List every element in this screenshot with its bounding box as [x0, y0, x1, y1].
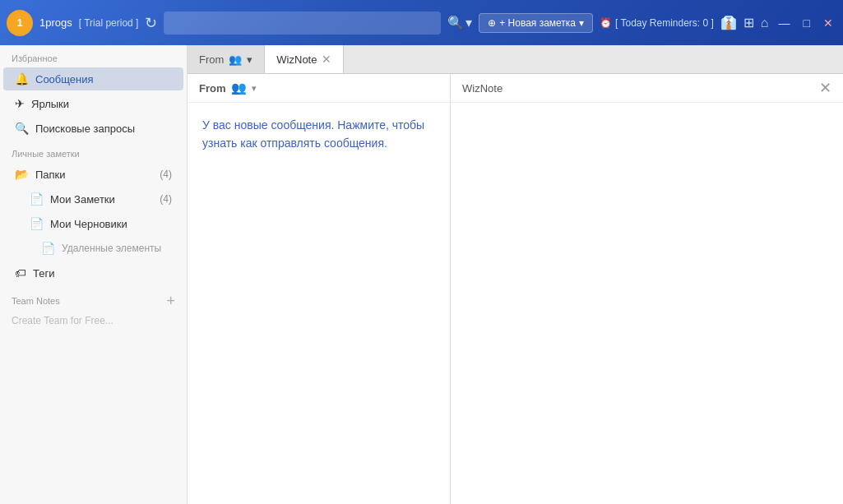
search-queries-label: Поисковые запросы: [35, 123, 172, 135]
tab-bar: From 👥 ▾ WizNote ✕: [188, 45, 843, 74]
tab-wiznote-label: WizNote: [276, 53, 317, 66]
sidebar-item-messages[interactable]: 🔔 Сообщения: [3, 67, 183, 90]
from-label: From: [199, 82, 226, 95]
sidebar: Избранное 🔔 Сообщения ✈ Ярлыки 🔍 Поисков…: [0, 45, 188, 504]
chevron-down-icon: ▾: [252, 83, 257, 94]
new-note-dropdown-icon: ▾: [579, 17, 584, 29]
main-container: Избранное 🔔 Сообщения ✈ Ярлыки 🔍 Поисков…: [0, 45, 843, 504]
create-team-link[interactable]: Create Team for Free...: [0, 312, 187, 330]
tab-from-icon: 👥: [229, 53, 242, 66]
tab-from-label: From: [199, 53, 224, 66]
search-icon: 🔍: [447, 15, 464, 30]
username-label: 1progs: [39, 16, 72, 29]
note-body: [451, 103, 843, 504]
sidebar-item-tags[interactable]: 🏷 Теги: [3, 261, 183, 284]
tag-icon: 🏷: [15, 266, 26, 280]
drafts-icon: 📄: [30, 217, 44, 230]
bell-icon: 🔔: [15, 72, 29, 86]
tab-wiznote[interactable]: WizNote ✕: [265, 45, 344, 73]
personal-section-label: Личные заметки: [0, 141, 187, 162]
refresh-button[interactable]: ↻: [145, 14, 157, 32]
favorites-section-label: Избранное: [0, 45, 187, 67]
titlebar-actions: 👔 ⊞ ⌂ — □ ✕: [720, 15, 836, 31]
shirt-icon[interactable]: 👔: [720, 15, 737, 30]
reminders-area[interactable]: ⏰ [ Today Reminders: 0 ]: [600, 17, 714, 29]
my-notes-label: Мои Заметки: [50, 193, 153, 206]
search-button[interactable]: 🔍 ▾: [447, 15, 472, 30]
minimize-button[interactable]: —: [776, 15, 794, 31]
sidebar-item-my-notes[interactable]: 📄 Мои Заметки (4): [3, 187, 183, 210]
new-note-button[interactable]: ⊕ + Новая заметка ▾: [479, 13, 593, 33]
messages-label: Сообщения: [35, 73, 172, 86]
trash-label: Удаленные элементы: [62, 243, 172, 254]
drafts-label: Мои Черновики: [50, 218, 172, 230]
content-area: From 👥 ▾ WizNote ✕ From 👥 ▾ У вас новые: [188, 45, 843, 504]
my-notes-folder-icon: 📄: [30, 192, 44, 206]
sidebar-item-search-queries[interactable]: 🔍 Поисковые запросы: [3, 117, 183, 140]
team-notes-header: Team Notes +: [0, 285, 187, 312]
tab-close-button[interactable]: ✕: [322, 53, 331, 66]
home-icon[interactable]: ⌂: [761, 16, 769, 30]
plus-icon: ⊕: [488, 17, 496, 29]
folder-icon: 📂: [15, 168, 29, 181]
labels-label: Ярлыки: [31, 98, 172, 110]
sidebar-item-folders[interactable]: 📂 Папки (4): [3, 163, 183, 186]
reminders-icon: ⏰: [600, 17, 612, 29]
folders-label: Папки: [35, 169, 153, 181]
search-dropdown-icon: ▾: [466, 15, 472, 30]
note-close-button[interactable]: ✕: [819, 81, 831, 95]
message-list-panel: From 👥 ▾ У вас новые сообщения. Нажмите,…: [188, 74, 451, 504]
message-content: У вас новые сообщения. Нажмите, чтобы уз…: [188, 103, 450, 504]
titlebar: 1 1progs [ Trial period ] ↻ 🔍 ▾ ⊕ + Нова…: [0, 0, 843, 45]
sidebar-item-trash[interactable]: 📄 Удаленные элементы: [3, 237, 183, 260]
note-viewer-panel: WizNote ✕: [451, 74, 843, 504]
message-text[interactable]: У вас новые сообщения. Нажмите, чтобы уз…: [202, 116, 435, 153]
note-title: WizNote: [462, 82, 503, 95]
trial-label: [ Trial period ]: [79, 17, 139, 29]
tags-label: Теги: [33, 267, 172, 280]
tab-spacer: [344, 45, 843, 73]
folders-count: (4): [160, 169, 172, 180]
search-input[interactable]: [164, 12, 441, 35]
note-viewer-header: WizNote ✕: [451, 74, 843, 103]
trash-icon: 📄: [41, 242, 55, 255]
sidebar-item-labels[interactable]: ✈ Ярлыки: [3, 92, 183, 115]
tab-from[interactable]: From 👥 ▾: [188, 45, 265, 73]
team-notes-label: Team Notes: [12, 296, 166, 306]
search-query-icon: 🔍: [15, 122, 29, 135]
new-note-label: + Новая заметка: [499, 17, 576, 29]
maximize-button[interactable]: □: [800, 15, 813, 31]
reminders-label: [ Today Reminders: 0 ]: [615, 17, 714, 29]
from-header[interactable]: From 👥 ▾: [188, 74, 450, 103]
users-icon: 👥: [231, 81, 247, 95]
sidebar-item-drafts[interactable]: 📄 Мои Черновики: [3, 212, 183, 235]
team-notes-add-button[interactable]: +: [166, 294, 175, 308]
my-notes-count: (4): [160, 193, 172, 205]
split-panel: From 👥 ▾ У вас новые сообщения. Нажмите,…: [188, 74, 843, 504]
window-close-button[interactable]: ✕: [820, 15, 836, 31]
label-icon: ✈: [15, 97, 25, 110]
avatar: 1: [7, 10, 33, 36]
tab-from-chevron: ▾: [247, 53, 252, 66]
grid-icon[interactable]: ⊞: [743, 15, 754, 30]
